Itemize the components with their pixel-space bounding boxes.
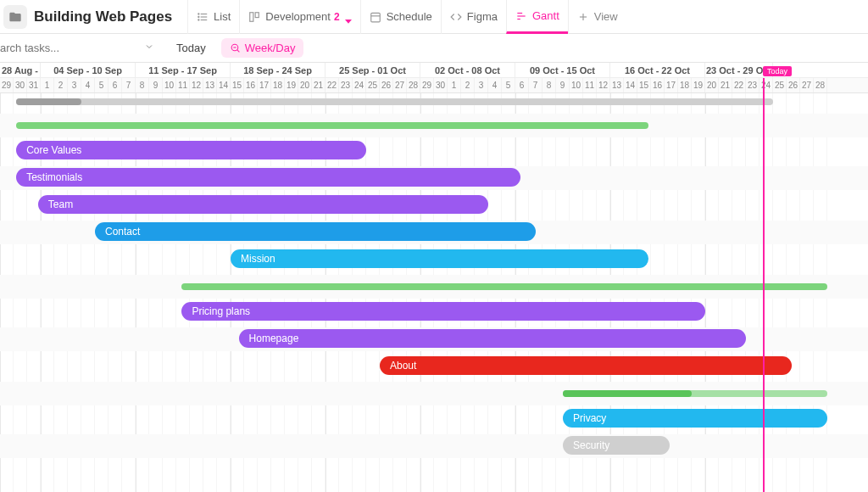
gantt-task-bar[interactable]: Core Values (16, 141, 366, 159)
day-header: 8 (542, 78, 556, 92)
tab-list[interactable]: List (187, 0, 239, 34)
row-background (0, 434, 868, 458)
search-input[interactable] (0, 42, 141, 54)
gantt-icon (515, 10, 527, 22)
gantt-group-bar[interactable] (181, 283, 827, 290)
day-header: 23 (746, 78, 760, 92)
day-header: 10 (570, 78, 583, 92)
svg-point-4 (198, 16, 199, 17)
code-icon (450, 11, 462, 23)
page-title: Building Web Pages (34, 8, 172, 25)
day-header: 24 (760, 78, 773, 92)
gantt-task-bar[interactable]: Security (563, 436, 670, 455)
gantt-task-bar[interactable]: Homepage (239, 329, 746, 348)
today-button[interactable]: Today (168, 38, 214, 58)
day-header: 28 (407, 78, 420, 92)
tab-figma[interactable]: Figma (441, 0, 506, 34)
gantt-group-bar[interactable] (16, 122, 648, 129)
search-field[interactable] (0, 42, 161, 54)
day-header: 7 (529, 78, 542, 92)
zoom-icon (230, 42, 241, 53)
day-header: 16 (244, 78, 258, 92)
day-header: 4 (488, 78, 502, 92)
day-header: 5 (95, 78, 108, 92)
day-header: 13 (203, 78, 217, 92)
week-header: 25 Sep - 01 Oct (326, 63, 420, 77)
week-header: 11 Sep - 17 Sep (136, 63, 231, 77)
zoom-button[interactable]: Week/Day (221, 38, 304, 58)
plus-icon (577, 11, 589, 23)
tab-label: List (214, 10, 231, 23)
week-header: 04 Sep - 10 Sep (41, 63, 136, 77)
calendar-icon (370, 11, 381, 23)
gantt-task-bar[interactable]: Contact (95, 222, 536, 241)
day-header: 2 (54, 78, 68, 92)
day-header: 20 (705, 78, 719, 92)
day-header: 8 (136, 78, 149, 92)
week-header: 09 Oct - 15 Oct (515, 63, 610, 77)
svg-rect-7 (255, 12, 259, 17)
day-header: 26 (787, 78, 800, 92)
day-header: 14 (624, 78, 637, 92)
gantt-task-bar[interactable]: Testimonials (16, 168, 520, 187)
day-header: 30 (434, 78, 448, 92)
day-header: 22 (326, 78, 339, 92)
day-header: 15 (637, 78, 651, 92)
day-header: 18 (678, 78, 692, 92)
list-icon (197, 11, 209, 23)
header-tabs: Building Web Pages List Development 2 Sc… (0, 0, 868, 34)
tab-schedule[interactable]: Schedule (360, 0, 441, 34)
week-header: 28 Aug - 03 Sep (0, 63, 41, 77)
day-header: 20 (298, 78, 312, 92)
day-header: 4 (81, 78, 95, 92)
chart-body[interactable]: Core ValuesTestimonialsTeamContactMissio… (0, 93, 868, 492)
gantt-task-bar[interactable]: Mission (231, 249, 648, 268)
week-header: 18 Sep - 24 Sep (231, 63, 326, 77)
day-header: 22 (732, 78, 746, 92)
day-header: 17 (258, 78, 271, 92)
gantt-chart[interactable]: 28 Aug - 03 Sep04 Sep - 10 Sep11 Sep - 1… (0, 63, 868, 492)
gantt-summary-bar[interactable] (16, 98, 773, 105)
day-header: 3 (475, 78, 488, 92)
day-header: 9 (149, 78, 163, 92)
day-header: 27 (393, 78, 407, 92)
day-header: 7 (122, 78, 136, 92)
day-header: 29 (0, 78, 14, 92)
tab-label: Development (265, 10, 331, 23)
day-header: 13 (610, 78, 624, 92)
chevron-down-icon[interactable] (144, 42, 154, 54)
tab-label: View (594, 10, 618, 23)
week-header: 16 Oct - 22 Oct (610, 63, 705, 77)
day-header: 21 (719, 78, 732, 92)
day-header: 11 (176, 78, 190, 92)
day-header: 19 (692, 78, 705, 92)
day-header: 1 (448, 78, 461, 92)
day-header: 30 (14, 78, 27, 92)
day-header: 17 (665, 78, 678, 92)
day-header: 3 (68, 78, 81, 92)
day-header: 6 (515, 78, 529, 92)
gantt-task-bar[interactable]: Pricing plans (181, 302, 705, 321)
gantt-task-bar[interactable]: Privacy (563, 409, 827, 428)
svg-rect-6 (250, 12, 253, 21)
folder-icon (8, 10, 22, 24)
tab-development[interactable]: Development 2 (239, 0, 359, 34)
svg-point-5 (198, 19, 199, 20)
day-header: 10 (163, 78, 176, 92)
tab-add-view[interactable]: View (568, 0, 626, 34)
day-header: 19 (285, 78, 298, 92)
day-header: 23 (339, 78, 353, 92)
day-header: 1 (41, 78, 54, 92)
gantt-task-bar[interactable]: About (380, 356, 792, 375)
day-header: 2 (461, 78, 475, 92)
day-header: 24 (353, 78, 366, 92)
gantt-group-progress (563, 390, 692, 397)
tab-gantt[interactable]: Gantt (506, 0, 568, 34)
board-icon (248, 11, 260, 23)
tab-label: Schedule (387, 10, 432, 23)
tab-badge: 2 (334, 11, 340, 23)
folder-button[interactable] (3, 5, 27, 29)
day-header: 18 (271, 78, 285, 92)
day-header: 14 (217, 78, 231, 92)
gantt-task-bar[interactable]: Team (38, 195, 488, 214)
